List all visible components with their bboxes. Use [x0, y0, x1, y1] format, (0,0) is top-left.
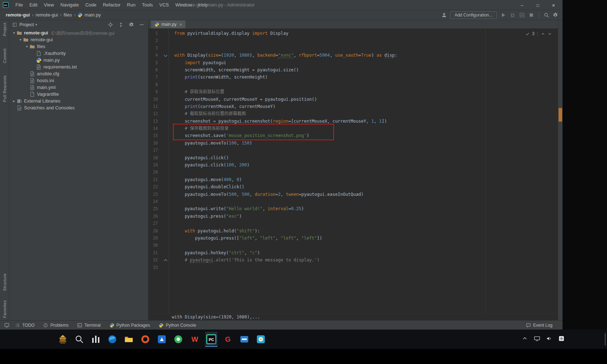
code-text [169, 37, 174, 44]
menu-code[interactable]: Code [82, 0, 100, 10]
taskbar-g-app[interactable]: G [222, 332, 234, 347]
menu-file[interactable]: File [12, 0, 26, 10]
svg-text:PC: PC [4, 4, 8, 6]
menu-refactor[interactable]: Refactor [100, 0, 124, 10]
code-text: screenshot = pyautogui.screenshot(region… [169, 118, 387, 125]
next-problem-button[interactable] [547, 32, 552, 36]
tray-volume[interactable] [546, 335, 552, 343]
taskbar-blue-circle-app[interactable] [106, 332, 118, 347]
search-icon[interactable] [544, 12, 549, 18]
taskbar-pagoda-app[interactable] [57, 332, 69, 347]
taskbar-task-view[interactable] [90, 332, 102, 347]
tree-item-xauthority[interactable]: .Xauthority [9, 50, 148, 57]
breadcrumb-files[interactable]: files [63, 12, 72, 18]
tray-expand[interactable] [522, 335, 528, 343]
code-text: pyautogui.moveTo(100, 150) [169, 140, 252, 147]
tool-stripe-project[interactable]: Project [3, 23, 7, 36]
coverage-button[interactable] [519, 12, 525, 18]
chevron-down-icon[interactable]: ▾ [11, 31, 17, 35]
tree-item-requirements-txt[interactable]: requirements.txt [9, 63, 148, 70]
statusbar-terminal[interactable]: Terminal [77, 323, 100, 328]
tree-item-remote-gui[interactable]: ▾remote-gui [9, 36, 148, 43]
chevron-down-icon[interactable]: ▾ [18, 38, 23, 42]
taskbar-blue-square-app[interactable] [156, 332, 168, 347]
tray-display[interactable] [534, 335, 540, 343]
fold-up-icon[interactable] [164, 258, 168, 262]
taskbar-w-app[interactable]: W [189, 332, 201, 347]
chevron-right-icon[interactable]: ▸ [11, 99, 17, 103]
code-line-6: 6 screenWidth, screenHeight = pyautogui.… [149, 66, 558, 74]
chevron-down-icon[interactable]: ▾ [24, 44, 29, 48]
tool-stripe-pull-requests[interactable]: Pull Requests [3, 75, 7, 102]
code-text: # 保存截图到当前目录 [169, 125, 229, 132]
menu-run[interactable]: Run [124, 0, 139, 10]
taskbar-pycharm[interactable]: PC [205, 332, 217, 347]
breadcrumb-remote-gui[interactable]: remote-gui [36, 12, 58, 18]
menu-edit[interactable]: Edit [26, 0, 41, 10]
taskbar-orange-ring-app[interactable] [139, 332, 151, 347]
desktop-bottom [0, 349, 607, 364]
user-icon[interactable] [441, 12, 447, 18]
statusbar-python-packages[interactable]: Python Packages [109, 323, 150, 328]
tree-item-remote-gui[interactable]: ▾remote-guiE:\我的\remote自动化\remote-gui [9, 29, 148, 36]
tool-stripe-commit[interactable]: Commit [3, 48, 7, 63]
svg-text:G: G [225, 335, 231, 343]
tree-item-files[interactable]: ▾files [9, 43, 148, 50]
editor-tab-main-py[interactable]: main.py [151, 20, 185, 28]
tray-input-method[interactable]: 中 [558, 335, 565, 343]
project-header-title[interactable]: Project [19, 22, 34, 27]
fold-down-icon[interactable] [164, 53, 168, 57]
breadcrumb-main-py[interactable]: main.py [84, 12, 101, 18]
code-text: pyautogui.click() [169, 154, 229, 161]
add-configuration-button[interactable]: Add Configuration... [450, 11, 497, 19]
collapse-all-button[interactable] [118, 22, 124, 28]
tree-item-hosts-ini[interactable]: hosts.ini [9, 77, 148, 84]
line-number: 16 [149, 140, 169, 147]
statusbar-python-console[interactable]: Python Console [159, 323, 196, 328]
taskbar-search[interactable] [73, 332, 85, 347]
ime-icon: 中 [558, 335, 565, 342]
code-area[interactable]: 3 1from pyvirtualdisplay.display import … [149, 29, 558, 313]
settings-button[interactable] [128, 22, 134, 28]
tree-item-main-py[interactable]: main.py [9, 57, 148, 63]
taskbar-green-circle-app[interactable] [172, 332, 184, 347]
prev-problem-button[interactable] [541, 32, 545, 36]
right-margin-guide [485, 29, 486, 313]
menu-navigate[interactable]: Navigate [57, 0, 82, 10]
tool-stripe-structure[interactable]: Structure [3, 273, 7, 291]
minimize-button[interactable] [519, 3, 524, 8]
tool-stripe-favorites[interactable]: Favorites [3, 300, 7, 318]
debug-button[interactable] [509, 12, 516, 18]
tree-item-path: E:\我的\remote自动化\remote-gui [51, 30, 114, 36]
taskbar-blue-panel-app[interactable] [238, 332, 250, 347]
menu-tools[interactable]: Tools [139, 0, 156, 10]
stop-button[interactable] [528, 12, 535, 18]
context-text[interactable]: with Display(size=(1920, 1080),... [172, 315, 260, 320]
line-number: 10 [149, 96, 169, 103]
locate-button[interactable] [108, 22, 113, 28]
terminal-icon [77, 323, 82, 328]
tool-window-switcher-icon[interactable] [4, 323, 9, 328]
maximize-button[interactable] [535, 3, 540, 8]
tree-item-main-yml[interactable]: main.yml [9, 84, 148, 91]
tree-item-scratches-and-consoles[interactable]: Scratches and Consoles [9, 104, 148, 111]
menu-view[interactable]: View [41, 0, 57, 10]
tree-item-external-libraries[interactable]: ▸External Libraries [9, 98, 148, 104]
statusbar-problems[interactable]: Problems [43, 323, 69, 328]
breadcrumb-remote-gui[interactable]: remote-gui [6, 12, 30, 18]
show-desktop-button[interactable] [605, 333, 606, 345]
close-window-button[interactable] [551, 2, 556, 8]
taskbar-file-explorer[interactable] [123, 332, 135, 347]
statusbar-todo[interactable]: TODO [15, 323, 34, 328]
menu-vcs[interactable]: VCS [156, 0, 172, 10]
statusbar-event-log[interactable]: Event Log [526, 323, 552, 328]
tree-item-vagrantfile[interactable]: Vagrantfile [9, 91, 148, 98]
error-stripe-marker[interactable] [559, 108, 562, 122]
taskbar-cyan-app[interactable] [255, 332, 267, 347]
tree-item-ansible-cfg[interactable]: ansible.cfg [9, 70, 148, 77]
settings-gear-icon[interactable] [552, 12, 558, 18]
hide-button[interactable] [139, 22, 145, 28]
chevron-down-icon[interactable] [35, 23, 37, 27]
close-tab-icon[interactable] [179, 22, 182, 27]
run-button[interactable] [500, 12, 507, 18]
